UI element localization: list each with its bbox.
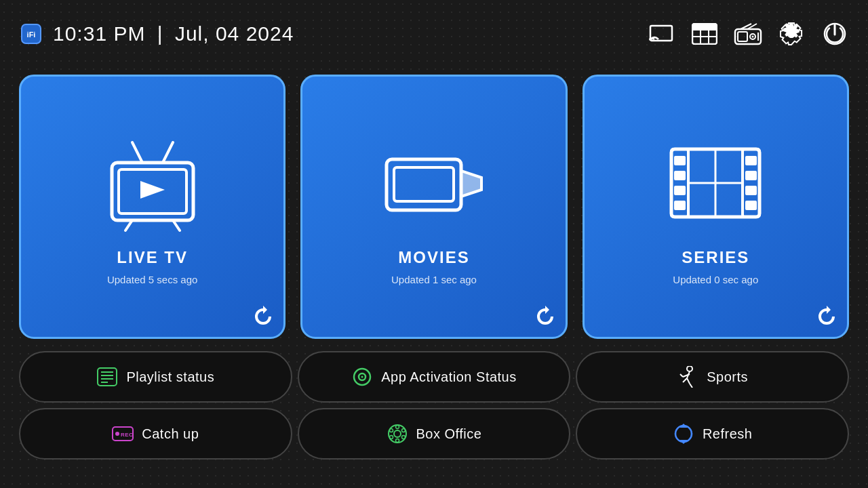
svg-point-64 (395, 426, 399, 429)
cast-icon[interactable] (647, 20, 675, 48)
header-left: iFi 10:31 PM | Jul, 04 2024 (19, 22, 294, 46)
playlist-icon (96, 366, 118, 388)
svg-rect-5 (692, 24, 717, 30)
svg-rect-44 (98, 368, 117, 386)
movies-updated: Updated 1 sec ago (391, 274, 477, 285)
movies-refresh[interactable] (532, 303, 559, 330)
catchup-label: Catch up (142, 426, 199, 442)
date-display: Jul, 04 2024 (175, 22, 294, 45)
grid-icon[interactable] (690, 20, 719, 48)
svg-point-60 (115, 432, 119, 436)
live-tv-icon (92, 129, 214, 237)
series-title: SERIES (682, 248, 749, 267)
svg-point-51 (361, 376, 363, 378)
power-icon[interactable] (821, 20, 849, 48)
svg-text:iFi: iFi (27, 30, 36, 39)
svg-rect-35 (674, 171, 686, 180)
main-content: LIVE TV Updated 5 secs ago MOVIES Update… (0, 68, 868, 351)
svg-point-69 (401, 436, 405, 439)
svg-point-66 (389, 429, 393, 432)
sports-label: Sports (707, 369, 748, 385)
datetime: 10:31 PM | Jul, 04 2024 (53, 22, 294, 45)
sports-button[interactable]: Sports (576, 351, 849, 403)
movies-title: MOVIES (398, 248, 469, 267)
wifi-icon: iFi (19, 22, 43, 46)
sports-icon (677, 366, 698, 388)
svg-marker-30 (461, 171, 481, 197)
svg-rect-39 (745, 171, 757, 180)
series-icon (654, 129, 776, 237)
svg-point-65 (395, 439, 399, 443)
time-display: 10:31 PM (53, 22, 145, 45)
box-office-label: Box Office (416, 426, 482, 442)
movies-card[interactable]: MOVIES Updated 1 sec ago (300, 75, 567, 339)
series-card[interactable]: SERIES Updated 0 sec ago (583, 75, 849, 339)
live-tv-updated: Updated 5 secs ago (107, 274, 197, 285)
svg-rect-41 (745, 201, 757, 210)
activation-icon (351, 366, 373, 388)
svg-line-58 (680, 374, 683, 377)
svg-rect-36 (674, 186, 686, 195)
box-office-icon (387, 423, 408, 445)
svg-point-68 (389, 436, 393, 439)
separator: | (157, 22, 163, 45)
header-right (647, 20, 849, 48)
catchup-button[interactable]: REC Catch up (19, 408, 292, 460)
box-office-button[interactable]: Box Office (298, 408, 571, 460)
svg-point-67 (401, 429, 405, 432)
svg-point-52 (687, 366, 692, 371)
series-refresh[interactable] (813, 303, 840, 330)
app-activation-label: App Activation Status (381, 369, 517, 385)
svg-rect-38 (745, 156, 757, 165)
bottom-buttons: Playlist status App Activation Status (0, 351, 868, 460)
live-tv-title: LIVE TV (117, 248, 188, 267)
settings-icon[interactable] (777, 20, 806, 48)
svg-line-25 (132, 142, 142, 163)
svg-marker-22 (140, 181, 165, 199)
catchup-icon: REC (112, 423, 134, 445)
refresh-button[interactable]: Refresh (576, 408, 849, 460)
radio-icon[interactable] (734, 20, 762, 48)
svg-rect-37 (674, 201, 686, 210)
svg-rect-34 (674, 156, 686, 165)
svg-line-55 (687, 378, 690, 384)
refresh-label: Refresh (703, 426, 753, 442)
playlist-status-button[interactable]: Playlist status (19, 351, 292, 403)
svg-line-26 (163, 142, 173, 163)
series-updated: Updated 0 sec ago (673, 274, 758, 285)
playlist-status-label: Playlist status (126, 369, 214, 385)
svg-point-63 (394, 430, 401, 437)
svg-point-3 (649, 38, 652, 41)
svg-rect-28 (394, 167, 454, 201)
svg-line-56 (690, 384, 692, 388)
svg-text:REC: REC (121, 432, 133, 438)
svg-rect-40 (745, 186, 757, 195)
header: iFi 10:31 PM | Jul, 04 2024 (0, 0, 868, 68)
live-tv-card[interactable]: LIVE TV Updated 5 secs ago (19, 75, 285, 339)
svg-point-62 (389, 425, 406, 443)
live-tv-refresh[interactable] (250, 303, 277, 330)
movies-icon (373, 129, 495, 237)
svg-line-54 (683, 378, 687, 382)
svg-point-13 (752, 36, 754, 38)
refresh-icon (673, 423, 694, 445)
app-activation-button[interactable]: App Activation Status (298, 351, 571, 403)
svg-rect-11 (738, 32, 747, 41)
